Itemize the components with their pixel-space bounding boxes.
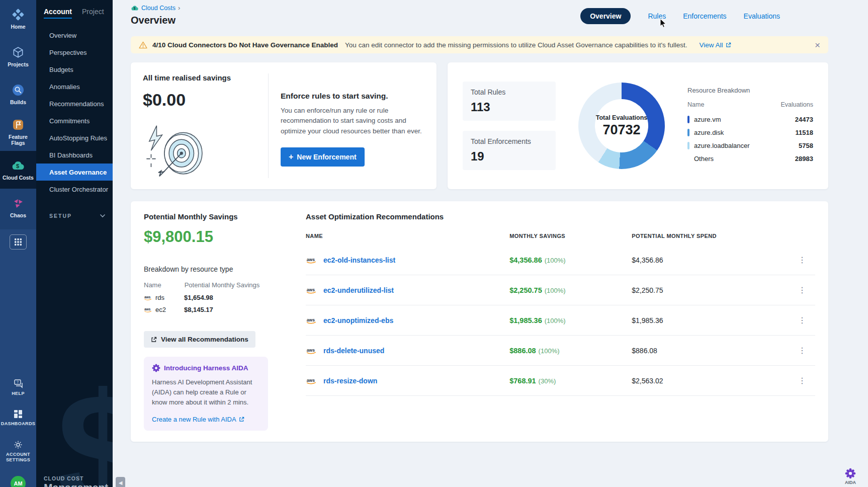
- create-rule-with-aida-link[interactable]: Create a new Rule with AIDA: [152, 416, 244, 423]
- sidebar-collapse-handle[interactable]: ◀: [116, 477, 125, 487]
- svg-text:aws: aws: [307, 287, 315, 292]
- rail-label: Cloud Costs: [2, 175, 35, 181]
- rule-link[interactable]: ec2-old-instances-list: [323, 256, 395, 264]
- aws-icon: aws: [306, 316, 318, 324]
- rail-item-cloud-costs[interactable]: $ Cloud Costs: [0, 151, 36, 189]
- rail-label: Chaos: [9, 212, 27, 218]
- total-enforcements-stat: Total Enforcements 19: [463, 131, 556, 170]
- rail-item-projects[interactable]: Projects: [0, 38, 36, 75]
- col-name: NAME: [306, 233, 509, 239]
- apps-grid-button[interactable]: [10, 234, 27, 250]
- aida-body: Harness AI Development Assistant (AIDA) …: [152, 377, 260, 408]
- sidebar-item-commitments[interactable]: Commitments: [36, 112, 113, 129]
- tab-enforcements[interactable]: Enforcements: [683, 12, 726, 20]
- external-link-icon: [151, 337, 157, 343]
- legend-col-evaluations: Evaluations: [780, 101, 813, 108]
- rail-item-feature-flags[interactable]: Feature Flags: [0, 113, 36, 151]
- enforce-cta-title: Enforce rules to start saving.: [281, 92, 424, 101]
- aws-icon: aws: [306, 286, 318, 294]
- projects-cube-icon: [12, 46, 25, 59]
- rule-link[interactable]: rds-delete-unused: [323, 347, 384, 355]
- account-settings-button[interactable]: ACCOUNT SETTINGS: [0, 440, 36, 463]
- dashboards-button[interactable]: DASHBOARDS: [1, 410, 36, 427]
- setup-section-toggle[interactable]: SETUP: [36, 209, 113, 223]
- governance-overview-card: Total Rules 113 Total Enforcements 19 To…: [448, 62, 828, 189]
- tab-rules[interactable]: Rules: [648, 12, 666, 20]
- user-avatar[interactable]: AM: [11, 476, 26, 487]
- sidebar-item-perspectives[interactable]: Perspectives: [36, 44, 113, 61]
- legend-color-swatch: [687, 142, 689, 149]
- total-enforcements-label: Total Enforcements: [471, 137, 548, 145]
- svg-text:$: $: [16, 163, 19, 169]
- rule-link[interactable]: ec2-underutilized-list: [323, 286, 394, 294]
- aida-fab[interactable]: AIDA: [845, 468, 856, 485]
- donut-center: Total Evaluations 70732: [595, 99, 648, 152]
- page-header: $ Cloud Costs › Overview Overview Rules …: [131, 4, 828, 26]
- legend-row: azure.loadbalancer 5758: [687, 139, 813, 152]
- rail-item-builds[interactable]: Builds: [0, 75, 36, 113]
- dashboards-label: DASHBOARDS: [1, 421, 36, 427]
- realised-savings-value: $0.00: [143, 90, 256, 110]
- total-rules-stat: Total Rules 113: [463, 82, 556, 121]
- rule-link[interactable]: rds-resize-down: [323, 377, 377, 385]
- sidebar-item-cluster-orchestrator[interactable]: Cluster Orchestrator: [36, 181, 113, 198]
- rail-apps-section: [0, 229, 36, 255]
- feature-flags-icon: [12, 118, 25, 131]
- legend-color-swatch: [687, 129, 689, 136]
- svg-text:aws: aws: [307, 257, 315, 262]
- module-rail: Home Projects Builds Feature Flags $ Clo…: [0, 0, 36, 487]
- sidebar-item-budgets[interactable]: Budgets: [36, 61, 113, 78]
- banner-close-icon[interactable]: ×: [815, 40, 820, 50]
- card-divider: [268, 73, 269, 178]
- view-all-recommendations-button[interactable]: View all Recommendations: [144, 331, 255, 348]
- rail-item-chaos[interactable]: Chaos: [0, 189, 36, 226]
- chevron-left-icon: ◀: [119, 480, 123, 485]
- table-row: aws rds-resize-down $768.91(30%) $2,563.…: [306, 366, 815, 396]
- total-rules-label: Total Rules: [471, 88, 548, 96]
- help-label: HELP: [12, 391, 25, 396]
- tab-evaluations[interactable]: Evaluations: [744, 12, 780, 20]
- legend-header: Name Evaluations: [687, 101, 813, 108]
- sidebar-item-recommendations[interactable]: Recommendations: [36, 95, 113, 112]
- row-menu-kebab-icon[interactable]: ⋮: [789, 376, 815, 385]
- rule-link[interactable]: ec2-unoptimized-ebs: [323, 316, 393, 324]
- legend-color-swatch: [687, 116, 689, 123]
- rail-spacer: [0, 255, 36, 379]
- total-enforcements-value: 19: [471, 149, 548, 164]
- breadcrumb: $ Cloud Costs ›: [131, 4, 180, 12]
- rail-footer: ? HELP DASHBOARDS ACCOUNT SETTINGS AM: [0, 379, 36, 487]
- recommendations-card: Potential Monthly Savings $9,800.15 Brea…: [131, 201, 828, 442]
- aida-title: Introducing Harness AIDA: [164, 364, 248, 372]
- banner-view-all-link[interactable]: View All: [700, 41, 731, 49]
- resource-breakdown-legend: Resource Breakdown Name Evaluations azur…: [687, 87, 813, 166]
- enforce-cta-body: You can enforce/run any rule or rule rec…: [281, 106, 424, 136]
- row-menu-kebab-icon[interactable]: ⋮: [789, 255, 815, 265]
- row-menu-kebab-icon[interactable]: ⋮: [789, 285, 815, 295]
- sidebar-item-bi-dashboards[interactable]: BI Dashboards: [36, 146, 113, 164]
- warning-icon: [139, 41, 147, 49]
- account-settings-label: ACCOUNT SETTINGS: [0, 452, 36, 463]
- aws-icon: aws: [144, 295, 153, 301]
- sidebar-item-asset-governance[interactable]: Asset Governance: [36, 164, 113, 181]
- row-menu-kebab-icon[interactable]: ⋮: [789, 315, 815, 325]
- tab-overview[interactable]: Overview: [580, 8, 631, 24]
- svg-text:aws: aws: [307, 347, 315, 352]
- tab-account[interactable]: Account: [44, 8, 72, 19]
- sidebar-item-anomalies[interactable]: Anomalies: [36, 78, 113, 95]
- tab-project[interactable]: Project: [82, 8, 104, 19]
- row-menu-kebab-icon[interactable]: ⋮: [789, 346, 815, 355]
- breadcrumb-cloud-costs[interactable]: Cloud Costs: [141, 5, 176, 12]
- rail-item-home[interactable]: Home: [0, 0, 36, 38]
- col-potential-monthly-spend: POTENTIAL MONTHLY SPEND: [632, 233, 769, 239]
- aws-icon: aws: [306, 347, 318, 355]
- rail-label: Builds: [9, 99, 27, 105]
- sidebar-item-overview[interactable]: Overview: [36, 27, 113, 44]
- cloud-costs-breadcrumb-icon: $: [131, 5, 139, 12]
- svg-text:$: $: [134, 6, 136, 10]
- new-enforcement-button[interactable]: + New Enforcement: [281, 147, 365, 167]
- governance-warning-banner: 4/10 Cloud Connectors Do Not Have Govern…: [131, 36, 828, 53]
- help-button[interactable]: ? HELP: [12, 379, 25, 396]
- sidebar-items: Overview Perspectives Budgets Anomalies …: [36, 27, 113, 198]
- sidebar-item-autostopping-rules[interactable]: AutoStopping Rules: [36, 129, 113, 146]
- donut-center-value: 70732: [602, 122, 640, 138]
